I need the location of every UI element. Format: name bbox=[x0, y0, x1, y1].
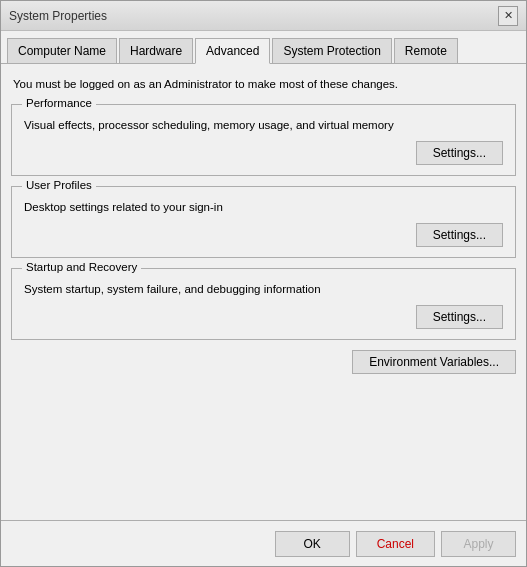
tab-bar: Computer Name Hardware Advanced System P… bbox=[1, 31, 526, 64]
close-button[interactable]: ✕ bbox=[498, 6, 518, 26]
environment-variables-row: Environment Variables... bbox=[11, 350, 516, 374]
performance-section: Performance Visual effects, processor sc… bbox=[11, 104, 516, 176]
tab-advanced[interactable]: Advanced bbox=[195, 38, 270, 64]
performance-section-desc: Visual effects, processor scheduling, me… bbox=[24, 117, 503, 133]
environment-variables-button[interactable]: Environment Variables... bbox=[352, 350, 516, 374]
startup-recovery-section-title: Startup and Recovery bbox=[22, 261, 141, 273]
apply-button[interactable]: Apply bbox=[441, 531, 516, 557]
tab-hardware[interactable]: Hardware bbox=[119, 38, 193, 64]
user-profiles-section: User Profiles Desktop settings related t… bbox=[11, 186, 516, 258]
window-title: System Properties bbox=[9, 9, 107, 23]
performance-btn-row: Settings... bbox=[24, 141, 503, 165]
startup-recovery-section-desc: System startup, system failure, and debu… bbox=[24, 281, 503, 297]
tab-computer-name[interactable]: Computer Name bbox=[7, 38, 117, 64]
performance-section-title: Performance bbox=[22, 97, 96, 109]
title-bar: System Properties ✕ bbox=[1, 1, 526, 31]
tab-system-protection[interactable]: System Protection bbox=[272, 38, 391, 64]
ok-button[interactable]: OK bbox=[275, 531, 350, 557]
system-properties-window: System Properties ✕ Computer Name Hardwa… bbox=[0, 0, 527, 567]
user-profiles-section-desc: Desktop settings related to your sign-in bbox=[24, 199, 503, 215]
startup-recovery-settings-button[interactable]: Settings... bbox=[416, 305, 503, 329]
startup-recovery-section: Startup and Recovery System startup, sys… bbox=[11, 268, 516, 340]
tab-content: You must be logged on as an Administrato… bbox=[1, 64, 526, 520]
user-profiles-section-title: User Profiles bbox=[22, 179, 96, 191]
user-profiles-settings-button[interactable]: Settings... bbox=[416, 223, 503, 247]
startup-recovery-btn-row: Settings... bbox=[24, 305, 503, 329]
performance-settings-button[interactable]: Settings... bbox=[416, 141, 503, 165]
dialog-footer: OK Cancel Apply bbox=[1, 520, 526, 566]
tab-remote[interactable]: Remote bbox=[394, 38, 458, 64]
admin-notice: You must be logged on as an Administrato… bbox=[11, 76, 516, 92]
cancel-button[interactable]: Cancel bbox=[356, 531, 435, 557]
user-profiles-btn-row: Settings... bbox=[24, 223, 503, 247]
